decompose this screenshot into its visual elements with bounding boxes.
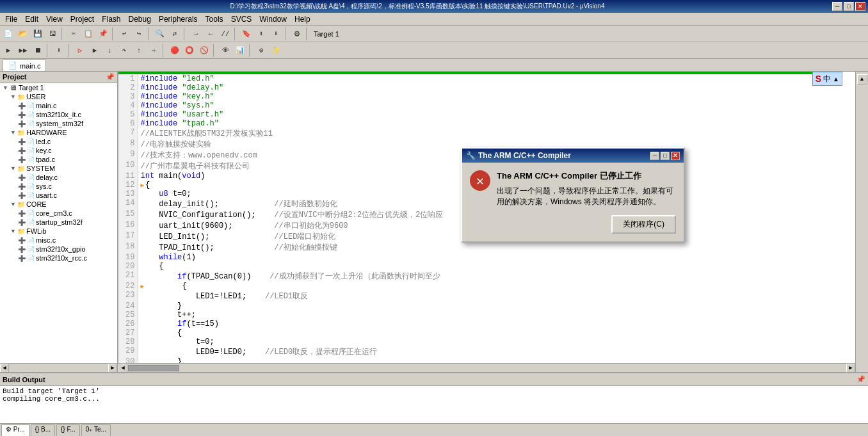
code-line[interactable]: LED0=!LED0; //LED0取反，提示程序正在运行 xyxy=(138,346,855,357)
btab-project[interactable]: ⚙ Pr... xyxy=(1,424,29,436)
watch-btn[interactable]: 👁 xyxy=(218,44,232,58)
new-file-btn[interactable]: 📄 xyxy=(1,27,15,41)
code-line[interactable]: #include "delay.h" xyxy=(138,83,855,92)
btab-build[interactable]: {} B... xyxy=(31,424,55,436)
hscroll-track[interactable] xyxy=(128,365,846,371)
vscroll-up[interactable]: ▲ xyxy=(857,74,867,85)
menu-debug[interactable]: Debug xyxy=(125,13,155,25)
code-line[interactable]: #include "usart.h" xyxy=(138,110,855,119)
breakpoint-btn[interactable]: 🔴 xyxy=(168,44,182,58)
tree-usart-c[interactable]: ➕ 📄 usart.c xyxy=(0,191,117,200)
wizard-btn[interactable]: ✨ xyxy=(269,44,283,58)
download-btn[interactable]: ⬇ xyxy=(52,44,66,58)
replace-btn[interactable]: ⇄ xyxy=(168,27,182,41)
menu-svcs[interactable]: SVCS xyxy=(227,13,256,25)
tree-tpad-c[interactable]: ➕ 📄 tpad.c xyxy=(0,155,117,164)
bookmark-btn[interactable]: 🔖 xyxy=(239,27,253,41)
code-line[interactable]: #include "tpad.h" xyxy=(138,119,855,128)
comment-btn[interactable]: // xyxy=(218,27,232,41)
copy-btn[interactable]: 📋 xyxy=(81,27,95,41)
next-bookmark-btn[interactable]: ⬇ xyxy=(269,27,283,41)
code-line[interactable]: #include "key.h" xyxy=(138,92,855,101)
menu-help[interactable]: Help xyxy=(291,13,314,25)
code-line[interactable]: { xyxy=(138,328,855,337)
run-to-btn[interactable]: ⇨ xyxy=(147,44,161,58)
step-btn[interactable]: ↓ xyxy=(102,44,117,58)
maximize-button[interactable]: □ xyxy=(844,2,854,11)
tree-target1[interactable]: ▼ 🖥 Target 1 xyxy=(0,83,117,92)
settings-btn[interactable]: ⚙ xyxy=(254,44,268,58)
dialog-min-btn[interactable]: ─ xyxy=(650,152,659,160)
indent-btn[interactable]: → xyxy=(189,27,203,41)
code-line[interactable]: { xyxy=(138,262,855,271)
step-over-btn[interactable]: ↷ xyxy=(117,44,131,58)
tree-misc-c[interactable]: ➕ 📄 misc.c xyxy=(0,236,117,245)
project-pin[interactable]: 📌 xyxy=(106,73,115,81)
disable-bp-btn[interactable]: 🚫 xyxy=(197,44,211,58)
code-line[interactable]: LED1=!LED1; //LED1取反 xyxy=(138,291,855,302)
btab-find[interactable]: {} F... xyxy=(56,424,80,436)
stop-build-btn[interactable]: ⏹ xyxy=(31,44,45,58)
outdent-btn[interactable]: ← xyxy=(204,27,218,41)
tree-gpio-c[interactable]: ➕ 📄 stm32f10x_gpio xyxy=(0,245,117,254)
tree-core-folder[interactable]: ▼ 📁 CORE xyxy=(0,200,117,209)
tree-startup[interactable]: ➕ 📄 startup_stm32f xyxy=(0,218,117,227)
minimize-button[interactable]: ─ xyxy=(832,2,842,11)
cut-btn[interactable]: ✂ xyxy=(67,27,81,41)
code-line[interactable]: } xyxy=(138,357,855,363)
hscroll-bar[interactable]: ◀ ▶ xyxy=(118,363,855,372)
tree-fwlib-folder[interactable]: ▼ 📁 FWLib xyxy=(0,227,117,236)
hscroll-right[interactable]: ▶ xyxy=(846,364,855,373)
find-btn[interactable]: 🔍 xyxy=(153,27,167,41)
code-line[interactable]: #include "sys.h" xyxy=(138,101,855,110)
tree-stm32f10x-it[interactable]: ➕ 📄 stm32f10x_it.c xyxy=(0,110,117,119)
tree-delay-c[interactable]: ➕ 📄 delay.c xyxy=(0,173,117,182)
code-line[interactable]: while(1) xyxy=(138,253,855,262)
redo-btn[interactable]: ↪ xyxy=(132,27,146,41)
code-line[interactable]: TPAD_Init(); //初始化触摸按键 xyxy=(138,242,855,253)
save-btn[interactable]: 💾 xyxy=(31,27,45,41)
open-btn[interactable]: 📂 xyxy=(16,27,30,41)
code-line[interactable]: #include "led.h" xyxy=(138,74,855,83)
menu-window[interactable]: Window xyxy=(255,13,291,25)
dialog-max-btn[interactable]: □ xyxy=(661,152,670,160)
menu-file[interactable]: File xyxy=(1,13,21,25)
btab-test[interactable]: 0₊ Te... xyxy=(81,424,111,436)
close-button[interactable]: ✕ xyxy=(855,2,865,11)
tree-sys-c[interactable]: ➕ 📄 sys.c xyxy=(0,182,117,191)
tree-key-c[interactable]: ➕ 📄 key.c xyxy=(0,146,117,155)
menu-peripherals[interactable]: Peripherals xyxy=(155,13,202,25)
editor-tab-main[interactable]: 📄 main.c xyxy=(3,60,46,71)
dialog-close-btn[interactable]: ✕ xyxy=(671,152,680,160)
menu-project[interactable]: Project xyxy=(67,13,98,25)
menu-tools[interactable]: Tools xyxy=(202,13,227,25)
step-out-btn[interactable]: ↑ xyxy=(132,44,146,58)
tree-scroll-left[interactable]: ◀ xyxy=(0,364,9,373)
undo-btn[interactable]: ↩ xyxy=(117,27,131,41)
code-line[interactable]: t=0; xyxy=(138,337,855,346)
debug-start-btn[interactable]: ▷ xyxy=(73,44,87,58)
tree-rcc-c[interactable]: ➕ 📄 stm32f10x_rcc.c xyxy=(0,254,117,262)
hscroll-thumb[interactable] xyxy=(128,365,179,371)
run-btn[interactable]: ▶ xyxy=(88,44,102,58)
compile-btn[interactable]: ▶ xyxy=(1,44,15,58)
code-line[interactable]: if(TPAD_Scan(0)) //成功捕获到了一次上升沿（此函数执行时间至少 xyxy=(138,271,855,282)
menu-view[interactable]: View xyxy=(42,13,67,25)
memory-btn[interactable]: 📊 xyxy=(233,44,247,58)
hscroll-left[interactable]: ◀ xyxy=(118,364,127,373)
menu-flash[interactable]: Flash xyxy=(98,13,124,25)
clear-bp-btn[interactable]: ⭕ xyxy=(182,44,197,58)
code-line[interactable]: } xyxy=(138,302,855,311)
build-output-pin[interactable]: 📌 xyxy=(856,375,865,384)
tree-scroll-right[interactable]: ▶ xyxy=(108,364,117,373)
code-line[interactable]: if(t==15) xyxy=(138,319,855,328)
tree-system-folder[interactable]: ▼ 📁 SYSTEM xyxy=(0,164,117,173)
tree-system-stm32[interactable]: ➕ 📄 system_stm32f xyxy=(0,119,117,128)
tree-hardware-folder[interactable]: ▼ 📁 HARDWARE xyxy=(0,128,117,137)
tree-main-c[interactable]: ➕ 📄 main.c xyxy=(0,101,117,110)
menu-edit[interactable]: Edit xyxy=(21,13,42,25)
paste-btn[interactable]: 📌 xyxy=(96,27,110,41)
code-line[interactable]: //ALIENTEK战舰STM32开发板实验11 xyxy=(138,128,855,139)
build-all-btn[interactable]: ▶▶ xyxy=(16,44,30,58)
tree-core-cm3[interactable]: ➕ 📄 core_cm3.c xyxy=(0,209,117,218)
